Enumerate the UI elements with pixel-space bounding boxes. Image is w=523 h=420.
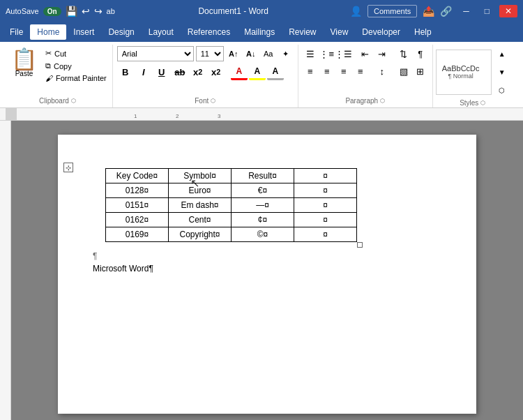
text-format-icon[interactable]: ab (107, 7, 115, 15)
word-table[interactable]: Key Code¤ Symbol¤ Result¤ ¤ 0128¤ Euro¤ … (105, 168, 357, 242)
highlight-button[interactable]: A (249, 63, 266, 80)
align-right-button[interactable]: ≡ (336, 63, 351, 79)
table-cell: Cent¤ (169, 213, 232, 227)
undo-icon[interactable]: ↩ (82, 6, 90, 17)
font-size-select[interactable]: 11 (196, 46, 224, 61)
font-controls: Arial 11 A↑ A↓ Aa ✦ B I U ab x2 x2 A (117, 46, 294, 96)
font-row2: B I U ab x2 x2 A A A (117, 63, 294, 80)
autosave-toggle[interactable]: On (43, 7, 61, 16)
table-container: Key Code¤ Symbol¤ Result¤ ¤ 0128¤ Euro¤ … (98, 161, 357, 242)
save-icon[interactable]: 💾 (66, 6, 77, 17)
font-color-button[interactable]: A (231, 63, 248, 80)
bold-button[interactable]: B (117, 63, 134, 80)
styles-label: Styles ⬡ (436, 98, 510, 108)
table-move-handle[interactable]: ⊹ (63, 163, 73, 172)
table-cell: —¤ (232, 198, 294, 213)
table-cell: €¤ (232, 183, 294, 198)
table-cell-extra: ¤ (294, 227, 357, 242)
char-shading-button[interactable]: A (267, 63, 284, 80)
styles-scroll-down[interactable]: ▼ (494, 64, 510, 80)
table-cell: Euro¤ (169, 183, 232, 198)
clear-formatting-button[interactable]: ✦ (278, 46, 294, 61)
table-cell: ©¤ (232, 227, 294, 242)
paragraph-mark: ¶ (93, 251, 441, 261)
ruler: 1 2 3 (0, 108, 523, 121)
font-name-select[interactable]: Arial (117, 46, 194, 61)
align-center-button[interactable]: ≡ (319, 63, 335, 79)
style-name-normal: ¶ Normal (448, 73, 473, 80)
paragraph-expand-icon[interactable]: ⬡ (380, 98, 385, 104)
title-bar-right: 👤 Comments 📤 🔗 ─ □ ✕ (350, 5, 517, 17)
bullet-list-button[interactable]: ☰ (303, 46, 318, 61)
align-left-button[interactable]: ≡ (303, 63, 318, 79)
menu-developer[interactable]: Developer (355, 24, 407, 40)
vertical-ruler (0, 121, 11, 420)
menu-insert[interactable]: Insert (66, 24, 101, 40)
document-body-text[interactable]: Microsoft Word¶ (93, 264, 441, 273)
table-resize-handle[interactable] (357, 242, 363, 248)
change-case-button[interactable]: Aa (261, 46, 276, 61)
clipboard-expand-icon[interactable]: ⬡ (71, 98, 76, 104)
menu-design[interactable]: Design (101, 24, 141, 40)
style-aabbcc[interactable]: AaBbCcDc ¶ Normal (438, 63, 484, 81)
ruler-inner: 1 2 3 (92, 108, 510, 120)
font-row1: Arial 11 A↑ A↓ Aa ✦ (117, 46, 294, 61)
subscript-button[interactable]: x2 (190, 63, 206, 80)
line-spacing-button[interactable]: ↕ (374, 63, 390, 79)
styles-expand[interactable]: ⬡ (494, 82, 510, 98)
paragraph-group: ☰ ⋮≡ ⋮☰ ⇤ ⇥ ⇅ ¶ ≡ ≡ ≡ ≡ ↕ ▧ ⊞ (298, 45, 433, 107)
close-button[interactable]: ✕ (499, 5, 517, 17)
styles-box: AaBbCcDc ¶ Normal (436, 50, 492, 95)
clipboard-right: ✂ Cut ⧉ Copy 🖌 Format Painter (43, 46, 109, 96)
menu-review[interactable]: Review (282, 24, 323, 40)
copy-icon: ⧉ (45, 61, 51, 70)
format-painter-button[interactable]: 🖌 Format Painter (43, 73, 109, 84)
styles-content: AaBbCcDc ¶ Normal ▲ ▼ ⬡ (436, 46, 510, 98)
menu-help[interactable]: Help (407, 24, 439, 40)
clipboard-label: Clipboard ⬡ (6, 96, 109, 106)
person-icon[interactable]: 👤 (350, 6, 362, 17)
multilevel-list-button[interactable]: ⋮☰ (336, 46, 351, 61)
menu-mailings[interactable]: Mailings (237, 24, 282, 40)
decrease-indent-button[interactable]: ⇤ (358, 46, 373, 61)
title-bar-left: AutoSave On 💾 ↩ ↪ ab (6, 6, 116, 17)
font-grow-button[interactable]: A↑ (226, 46, 241, 61)
menu-layout[interactable]: Layout (142, 24, 181, 40)
strikethrough-button[interactable]: ab (172, 63, 188, 80)
document-scroll[interactable]: ↖ ⊹ Key Code¤ Symbol¤ Result¤ ¤ (11, 121, 523, 420)
justify-button[interactable]: ≡ (353, 63, 368, 79)
menu-references[interactable]: References (181, 24, 237, 40)
underline-button[interactable]: U (153, 63, 170, 80)
styles-expand-icon[interactable]: ⬡ (480, 100, 485, 106)
font-shrink-button[interactable]: A↓ (243, 46, 259, 61)
comments-button[interactable]: Comments (367, 5, 417, 17)
share-ribbon-icon[interactable]: 📤 (423, 6, 434, 17)
menu-file[interactable]: File (3, 24, 30, 40)
borders-button[interactable]: ⊞ (413, 63, 428, 79)
styles-scroll-up[interactable]: ▲ (494, 46, 510, 61)
paste-button[interactable]: 📋 Paste (6, 46, 43, 96)
superscript-button[interactable]: x2 (208, 63, 225, 80)
ruler-mark-2: 2 (176, 113, 179, 119)
copy-button[interactable]: ⧉ Copy (43, 60, 109, 72)
font-expand-icon[interactable]: ⬡ (211, 98, 215, 104)
paragraph-label: Paragraph ⬡ (303, 96, 428, 106)
table-header-symbol: Symbol¤ (169, 169, 232, 183)
increase-indent-button[interactable]: ⇥ (374, 46, 390, 61)
redo-icon[interactable]: ↪ (94, 6, 103, 17)
cut-button[interactable]: ✂ Cut (43, 47, 109, 59)
show-marks-button[interactable]: ¶ (413, 46, 428, 61)
shading-button[interactable]: ▧ (396, 63, 411, 79)
sort-button[interactable]: ⇅ (396, 46, 411, 61)
menu-home[interactable]: Home (30, 24, 66, 40)
maximize-button[interactable]: □ (479, 5, 495, 17)
minimize-button[interactable]: ─ (457, 5, 475, 17)
share2-icon[interactable]: 🔗 (440, 6, 452, 17)
numbered-list-button[interactable]: ⋮≡ (319, 46, 335, 61)
format-painter-icon: 🖌 (45, 74, 53, 82)
ruler-mark-3: 3 (218, 113, 220, 119)
document-page[interactable]: ↖ ⊹ Key Code¤ Symbol¤ Result¤ ¤ (58, 135, 476, 414)
table-row: 0169¤ Copyright¤ ©¤ ¤ (106, 227, 357, 242)
italic-button[interactable]: I (135, 63, 152, 80)
menu-view[interactable]: View (324, 24, 356, 40)
